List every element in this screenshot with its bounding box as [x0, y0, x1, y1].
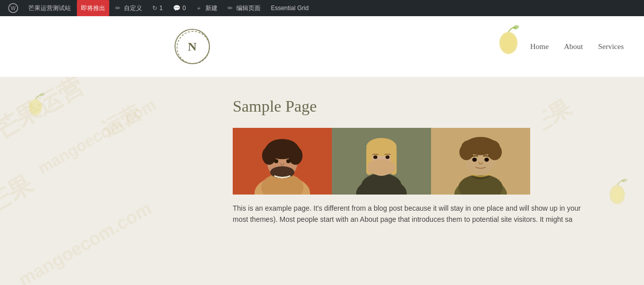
svg-rect-45 — [368, 162, 372, 173]
svg-point-33 — [270, 166, 294, 178]
main-content: 芒果运营 mangoecom.com 芒果 mangoecom.com 运营 芒… — [0, 77, 644, 285]
svg-point-51 — [385, 156, 390, 159]
svg-point-4 — [512, 24, 520, 30]
svg-text:W: W — [11, 6, 16, 11]
photo-1 — [233, 128, 332, 195]
svg-point-61 — [482, 140, 500, 154]
svg-point-31 — [265, 143, 281, 157]
svg-rect-46 — [373, 161, 377, 173]
svg-rect-49 — [389, 162, 393, 172]
svg-point-19 — [39, 92, 45, 97]
photo-grid — [233, 128, 530, 195]
left-decorative-area: 芒果运营 mangoecom.com 芒果 mangoecom.com 运营 — [0, 77, 228, 285]
site-header: N Home About Services — [0, 16, 644, 77]
photo-2 — [332, 128, 431, 195]
content-inner: Sample Page — [233, 77, 644, 241]
svg-point-50 — [373, 156, 377, 159]
svg-rect-48 — [383, 161, 388, 173]
logo-circle: N — [175, 29, 210, 64]
admin-edit[interactable]: ✏ 编辑页面 — [224, 0, 265, 16]
admin-bar: W 芒果运营测试站 即将推出 ✏ 自定义 ↻ 1 💬 0 ＋ 新建 ✏ 编辑页面… — [0, 0, 644, 16]
photo-3 — [431, 128, 530, 195]
svg-point-2 — [499, 32, 518, 54]
svg-point-34 — [274, 159, 278, 163]
admin-new[interactable]: ＋ 新建 — [192, 0, 222, 16]
admin-counter[interactable]: ↻ 1 — [148, 0, 167, 16]
svg-point-32 — [283, 143, 299, 157]
page-title: Sample Page — [233, 97, 634, 116]
nav-home[interactable]: Home — [530, 42, 549, 51]
svg-point-18 — [29, 99, 42, 115]
nav-about[interactable]: About — [564, 42, 583, 51]
admin-wp-logo[interactable]: W — [4, 0, 22, 16]
svg-point-60 — [461, 140, 480, 154]
page-description-line2: most themes). Most people start with an … — [233, 214, 634, 225]
site-logo[interactable]: N — [172, 26, 212, 67]
svg-point-62 — [473, 158, 477, 162]
svg-point-35 — [286, 159, 290, 163]
svg-point-63 — [485, 158, 489, 162]
svg-rect-47 — [378, 160, 382, 173]
admin-site-name[interactable]: 芒果运营测试站 — [24, 0, 75, 16]
admin-comments[interactable]: 💬 0 — [169, 0, 190, 16]
svg-point-3 — [501, 34, 516, 52]
admin-plugin[interactable]: Essential Grid — [267, 0, 313, 16]
logo-letter: N — [188, 40, 196, 54]
page-description-line1: This is an example page. It's different … — [233, 203, 634, 214]
nav-services[interactable]: Services — [598, 42, 624, 51]
admin-badge[interactable]: 即将推出 — [77, 0, 109, 16]
site-nav: Home About Services — [530, 42, 624, 51]
admin-customize[interactable]: ✏ 自定义 — [111, 0, 146, 16]
